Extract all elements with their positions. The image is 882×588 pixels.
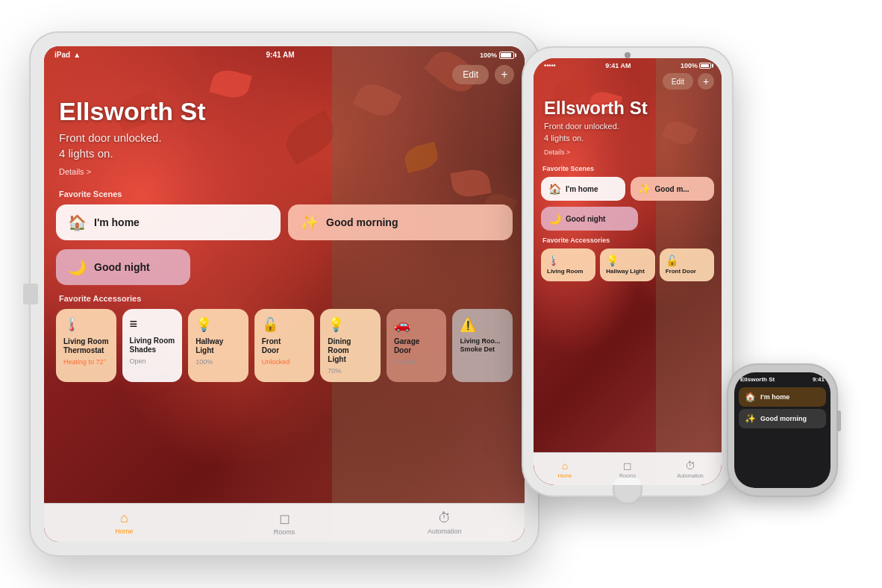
ipad-acc-dining-light[interactable]: 💡 Dining RoomLight 70% <box>320 309 381 382</box>
ipad-scene-goodmorning[interactable]: ✨ Good morning <box>288 204 513 240</box>
ipad-scene-imhome[interactable]: 🏠 I'm home <box>56 204 281 240</box>
ipad-acc-shades[interactable]: ≡ Living RoomShades Open <box>122 309 183 382</box>
ipad-topbar: Edit + <box>44 62 525 90</box>
iphone-tabbar: ⌂ Home ◻ Rooms ⏱ Automation <box>534 452 722 485</box>
watch-imhome-label: I'm home <box>760 393 789 401</box>
ipad-tab-automation-icon: ⏱ <box>438 510 451 526</box>
iphone-tab-home-label: Home <box>558 473 572 478</box>
ipad-tab-home[interactable]: ⌂ Home <box>44 504 204 542</box>
iphone-device: ••••• 9:41 AM 100% Edit + Ellsworth St F… <box>523 48 732 495</box>
watch-scene-imhome[interactable]: 🏠 I'm home <box>739 387 826 407</box>
iphone-tab-rooms-label: Rooms <box>619 473 636 478</box>
iphone-scene-goodnight[interactable]: 🌙 Good night <box>541 207 638 231</box>
iphone-edit-button[interactable]: Edit <box>663 73 693 90</box>
ipad-main-content: Favorite Scenes 🏠 I'm home ✨ Good mornin… <box>44 178 525 382</box>
ipad-accessories-row: 🌡️ Living RoomThermostat Heating to 72° … <box>56 309 513 382</box>
watch-digital-crown[interactable] <box>836 410 841 431</box>
iphone-acc-0[interactable]: 🌡️ Living Room <box>541 248 595 281</box>
ipad-frontdoor-name: FrontDoor <box>262 337 307 355</box>
watch-goodmorning-label: Good morning <box>760 415 807 422</box>
ipad-shades-icon: ≡ <box>130 316 175 332</box>
ipad-screen: iPad ▲ 9:41 AM 100% Edit + Ellsworth St <box>44 46 525 542</box>
ipad-tab-rooms[interactable]: ◻ Rooms <box>204 504 365 542</box>
iphone-statusbar: ••••• 9:41 AM 100% <box>534 58 722 72</box>
ipad-tabbar: ⌂ Home ◻ Rooms ⏱ Automation <box>44 503 525 542</box>
ipad-details-link[interactable]: Details > <box>59 167 91 176</box>
ipad-tab-automation-label: Automation <box>428 528 462 535</box>
iphone-details-link[interactable]: Details > <box>544 148 570 156</box>
iphone-time: 9:41 AM <box>605 62 631 69</box>
ipad-thermostat-status: Heating to 72° <box>63 358 109 366</box>
iphone-acc-2[interactable]: 🔓 Front Door <box>660 248 714 281</box>
iphone-add-button[interactable]: + <box>698 73 714 90</box>
iphone-acc-1-icon: 💡 <box>606 254 648 266</box>
ipad-scene-goodnight[interactable]: 🌙 Good night <box>56 249 190 285</box>
iphone-goodmorning-icon: ✨ <box>638 183 651 195</box>
ipad-imhome-icon: 🏠 <box>68 213 87 231</box>
iphone-acc-1[interactable]: 💡 Hallway Light <box>600 248 654 281</box>
ipad-acc-smoke[interactable]: ⚠️ Living Roo...Smoke Det <box>452 309 513 382</box>
ipad-goodmorning-icon: ✨ <box>300 213 319 231</box>
iphone-scene-imhome[interactable]: 🏠 I'm home <box>541 177 625 201</box>
iphone-imhome-icon: 🏠 <box>548 183 561 195</box>
iphone-goodmorning-label: Good m... <box>655 185 689 193</box>
ipad-goodnight-row: 🌙 Good night <box>56 249 513 285</box>
ipad-wifi-icon: ▲ <box>73 51 81 59</box>
ipad-statusbar-left: iPad ▲ <box>54 51 81 59</box>
iphone-statusbar-right: 100% <box>681 62 711 69</box>
watch-goodmorning-icon: ✨ <box>745 413 756 424</box>
ipad-edit-button[interactable]: Edit <box>452 65 489 84</box>
iphone-home-subtitle: Front door unlocked.4 lights on. <box>544 121 711 144</box>
iphone-home-title: Ellsworth St <box>544 98 711 118</box>
iphone-tab-automation-icon: ⏱ <box>685 460 695 472</box>
watch-title: Ellsworth St <box>740 376 775 383</box>
watch-scene-goodmorning[interactable]: ✨ Good morning <box>739 409 826 428</box>
iphone-topbar: Edit + <box>534 72 722 94</box>
ipad-frontdoor-icon: 🔓 <box>262 316 307 333</box>
ipad-hallway-name: HallwayLight <box>196 337 241 355</box>
iphone-tab-rooms-icon: ◻ <box>623 460 632 472</box>
iphone-acc-0-name: Living Room <box>547 268 589 275</box>
ipad-tab-automation[interactable]: ⏱ Automation <box>364 504 525 542</box>
iphone-acc-2-icon: 🔓 <box>666 254 708 266</box>
iphone-tab-automation[interactable]: ⏱ Automation <box>659 453 722 485</box>
ipad-tab-rooms-label: Rooms <box>274 528 295 536</box>
iphone-camera <box>625 52 631 58</box>
iphone-battery-icon <box>699 63 711 69</box>
ipad-thermostat-name: Living RoomThermostat <box>63 337 109 355</box>
iphone-main-content: Favorite Scenes 🏠 I'm home ✨ Good m... 🌙… <box>534 157 722 281</box>
ipad-battery-icon <box>499 51 514 59</box>
ipad-acc-thermostat[interactable]: 🌡️ Living RoomThermostat Heating to 72° <box>56 309 116 382</box>
ipad-home-title: Ellsworth St <box>59 98 510 125</box>
ipad-goodnight-label: Good night <box>94 261 150 273</box>
ipad-statusbar-right: 100% <box>480 51 514 59</box>
ipad-add-button[interactable]: + <box>495 65 514 84</box>
iphone-battery-text: 100% <box>681 62 698 69</box>
iphone-tab-home[interactable]: ⌂ Home <box>534 453 596 485</box>
ipad-acc-hallway-light[interactable]: 💡 HallwayLight 100% <box>188 309 248 382</box>
iphone-screen: ••••• 9:41 AM 100% Edit + Ellsworth St F… <box>534 58 722 485</box>
ipad-hero-section: Ellsworth St Front door unlocked.4 light… <box>44 90 525 178</box>
watch-statusbar: Ellsworth St 9:41 <box>734 372 831 385</box>
iphone-acc-2-name: Front Door <box>666 268 708 275</box>
iphone-tab-rooms[interactable]: ◻ Rooms <box>596 453 659 485</box>
devices-container: iPad ▲ 9:41 AM 100% Edit + Ellsworth St <box>31 18 851 570</box>
ipad-battery-fill <box>501 53 511 57</box>
ipad-time: 9:41 AM <box>266 51 295 59</box>
iphone-hero-section: Ellsworth St Front door unlocked.4 light… <box>534 94 722 157</box>
iphone-scenes-section-label: Favorite Scenes <box>541 165 714 172</box>
ipad-garage-name: GarageDoor <box>394 337 440 355</box>
ipad-acc-frontdoor[interactable]: 🔓 FrontDoor Unlocked <box>254 309 315 382</box>
iphone-goodnight-label: Good night <box>566 215 605 223</box>
iphone-scene-goodmorning[interactable]: ✨ Good m... <box>631 177 715 201</box>
ipad-acc-garage[interactable]: 🚗 GarageDoor Closed <box>387 309 447 382</box>
ipad-statusbar: iPad ▲ 9:41 AM 100% <box>44 46 525 62</box>
ipad-accessories-section-label: Favorite Accessories <box>56 294 513 303</box>
ipad-home-subtitle: Front door unlocked.4 lights on. <box>59 130 510 161</box>
iphone-goodnight-icon: 🌙 <box>548 213 561 225</box>
watch-time: 9:41 <box>813 376 825 383</box>
ipad-goodmorning-label: Good morning <box>326 216 398 228</box>
iphone-battery-fill <box>701 64 709 67</box>
ipad-carrier: iPad <box>54 51 70 59</box>
iphone-goodnight-row: 🌙 Good night <box>541 207 714 231</box>
